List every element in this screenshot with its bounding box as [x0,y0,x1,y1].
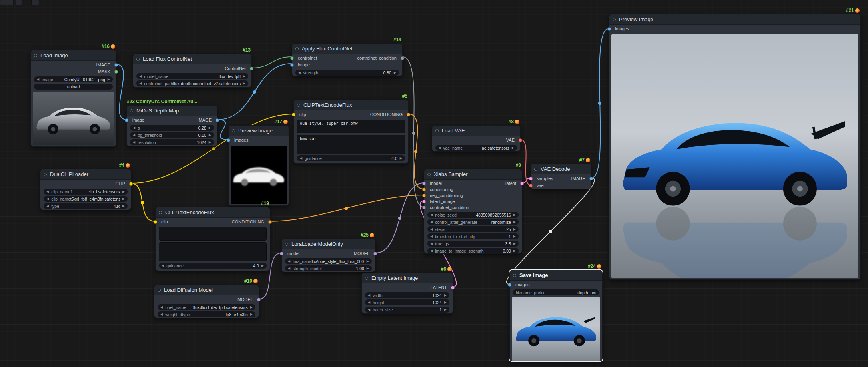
slot-dot-mask[interactable] [114,70,118,74]
arrow-right-icon[interactable]: ▶ [243,73,245,79]
timestep-to-start-cfg-widget[interactable]: ◀timestep_to_start_cfg1▶ [427,233,519,239]
arrow-right-icon[interactable]: ▶ [394,70,396,76]
slot-dot-clip[interactable] [154,220,157,224]
collapse-icon[interactable] [534,168,537,171]
input-slot-latent-image[interactable]: latent_image [424,199,522,205]
node-title-bar[interactable]: Preview Image [609,14,860,25]
input-slot-samples[interactable]: samples [531,175,561,182]
collapse-icon[interactable] [613,18,616,21]
slot-dot-controlnet[interactable] [290,56,294,60]
controlnet-path-widget[interactable]: ◀controlnet_pathflux-depth-controlnet_v2… [136,80,248,86]
filename-prefix-widget[interactable]: filename_prefixdepth_res [513,289,599,295]
slot-dot-model-out[interactable] [373,252,377,255]
strength-model-widget[interactable]: ◀strength_model1.00▶ [285,265,372,271]
slot-dot-clip[interactable] [129,182,133,186]
slot-dot-image[interactable] [290,63,294,67]
node-clip-text-encode-positive[interactable]: #5 CLIPTextEncodeFlux clip CONDITIONING … [293,100,409,164]
slot-dot-controlnet-condition[interactable] [401,56,404,60]
slot-dot-image[interactable] [125,118,128,122]
arrow-right-icon[interactable]: ▶ [209,139,211,145]
collapse-icon[interactable] [34,54,37,57]
output-slot-model[interactable]: MODEL [329,250,375,257]
input-slot-clip[interactable]: clip [294,111,351,118]
input-slot-vae[interactable]: vae [531,182,591,189]
slot-dot-conditioning[interactable] [407,113,410,116]
slot-dot-image[interactable] [589,177,593,180]
clip-name1-widget[interactable]: ◀clip_name1clip_l.safetensors▶ [44,189,128,195]
input-slot-images[interactable]: images [609,26,860,32]
node-dual-clip-loader[interactable]: #4 DualCLIPLoader CLIP ◀clip_name1clip_l… [40,169,131,210]
height-widget[interactable]: ◀height1024▶ [365,299,449,305]
slot-dot-conditioning[interactable] [268,220,272,224]
slot-dot-vae[interactable] [529,184,533,187]
arrow-left-icon[interactable]: ◀ [300,155,302,161]
arrow-right-icon[interactable]: ▶ [513,226,516,232]
unet-name-widget[interactable]: ◀unet_nameflux\flux1-dev-fp8.safetensors… [158,304,255,310]
arrow-right-icon[interactable]: ▶ [122,203,125,209]
collapse-icon[interactable] [427,173,431,176]
clip-l-textarea[interactable] [159,227,267,241]
slot-dot-image-out[interactable] [216,118,219,122]
output-slot-conditioning[interactable]: CONDITIONING [213,219,270,225]
arrow-left-icon[interactable]: ◀ [139,80,142,86]
arrow-right-icon[interactable]: ▶ [513,212,516,218]
collapse-icon[interactable] [285,243,288,246]
output-slot-image[interactable]: IMAGE [172,117,217,124]
arrow-right-icon[interactable]: ▶ [250,311,253,317]
type-widget[interactable]: ◀typeflux▶ [44,203,128,209]
arrow-left-icon[interactable]: ◀ [288,265,290,271]
t5xxl-textarea[interactable]: bmw car [297,135,405,154]
arrow-right-icon[interactable]: ▶ [444,307,447,313]
clip-l-textarea[interactable]: oue style, super car,bmw [297,120,405,133]
noise-seed-widget[interactable]: ◀noise_seed483500852655516▶ [427,212,519,218]
output-slot-image[interactable]: IMAGE [31,62,116,68]
node-title-bar[interactable]: Load Diffusion Model [154,285,259,295]
input-slot-model[interactable]: model [424,180,473,187]
collapse-icon[interactable] [232,129,235,132]
input-slot-images[interactable]: images [229,137,289,144]
arrow-right-icon[interactable]: ▶ [367,265,369,271]
node-load-diffusion-model[interactable]: #10 Load Diffusion Model MODEL ◀unet_nam… [154,285,259,318]
collapse-icon[interactable] [158,289,161,292]
collapse-icon[interactable] [365,277,368,280]
arrow-right-icon[interactable]: ▶ [513,241,516,247]
arrow-right-icon[interactable]: ▶ [513,233,516,239]
arrow-left-icon[interactable]: ◀ [430,233,433,239]
arrow-right-icon[interactable]: ▶ [512,145,514,151]
input-slot-controlnet[interactable]: controlnet [292,55,347,62]
a-widget[interactable]: ◀a6.28▶ [130,125,214,131]
node-title-bar[interactable]: Apply Flux ControlNet [292,44,402,54]
arrow-right-icon[interactable]: ▶ [444,292,447,298]
collapse-icon[interactable] [295,47,299,50]
node-load-vae[interactable]: #8 Load VAE VAE ◀vae_nameae.safetensors▶ [432,125,521,152]
collapse-icon[interactable] [44,173,47,176]
node-title-bar[interactable]: CLIPTextEncodeFlux [156,207,270,218]
arrow-left-icon[interactable]: ◀ [133,125,135,131]
steps-widget[interactable]: ◀steps25▶ [427,226,519,232]
node-load-image[interactable]: #16 Load Image IMAGE MASK ◀imageComfyUI_… [30,50,116,147]
slot-dot-model[interactable] [257,298,261,301]
arrow-left-icon[interactable]: ◀ [139,73,142,79]
node-title-bar[interactable]: LoraLoaderModelOnly [282,239,375,249]
upload-button[interactable]: upload [34,84,113,90]
arrow-left-icon[interactable]: ◀ [46,203,49,209]
collapse-icon[interactable] [297,104,300,107]
collapse-icon[interactable] [435,129,439,132]
output-slot-image[interactable]: IMAGE [561,175,591,182]
output-slot-mask[interactable]: MASK [31,68,116,75]
node-midas-depth-map[interactable]: #23 ComfyUI's ControlNet Au... MiDaS Dep… [126,105,217,146]
arrow-right-icon[interactable]: ▶ [108,76,110,82]
image-to-image-strength-widget[interactable]: ◀image_to_image_strength0.00▶ [427,248,519,254]
bg-threshold-widget[interactable]: ◀bg_threshold0.10▶ [130,132,214,138]
arrow-right-icon[interactable]: ▶ [513,248,516,254]
input-slot-clip[interactable]: clip [156,219,213,225]
node-preview-image-depth[interactable]: #17 Preview Image images [228,125,289,206]
arrow-left-icon[interactable]: ◀ [162,263,164,269]
arrow-right-icon[interactable]: ▶ [243,80,245,86]
output-slot-controlnet[interactable]: ControlNet [133,65,251,72]
strength-widget[interactable]: ◀strength0.80▶ [295,70,399,76]
node-lora-loader-model-only[interactable]: #25 LoraLoaderModelOnly model MODEL ◀lor… [281,239,375,272]
node-title-bar[interactable]: Xlabs Sampler [424,169,522,180]
arrow-left-icon[interactable]: ◀ [133,139,135,145]
slot-dot-controlnet[interactable] [250,67,253,70]
